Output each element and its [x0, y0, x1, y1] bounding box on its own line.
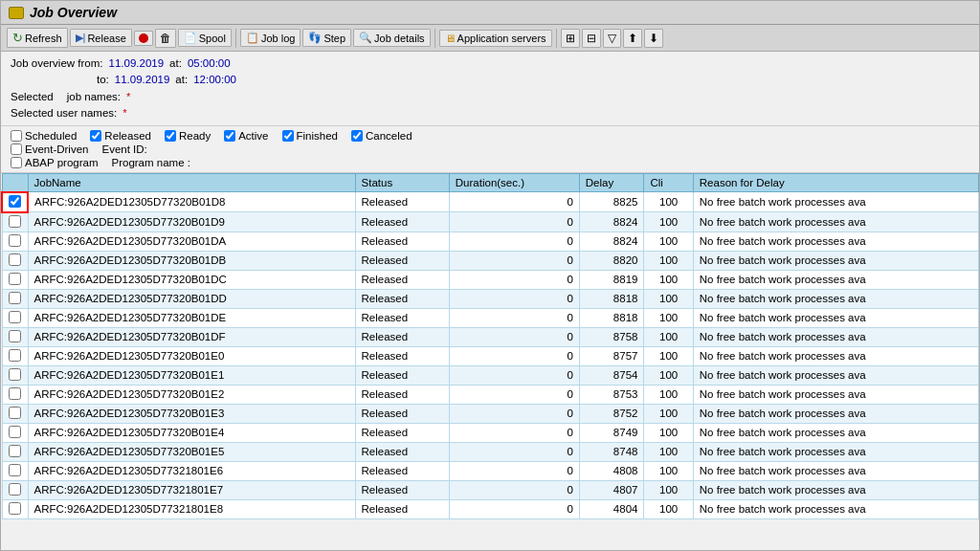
cli-cell: 100 — [644, 385, 693, 404]
refresh-button[interactable]: ↻ Refresh — [7, 28, 68, 48]
row-checkbox-cell[interactable] — [2, 308, 28, 327]
step-button[interactable]: 👣 Step — [302, 29, 351, 47]
table-row[interactable]: ARFC:926A2DED12305D77320B01DDReleased088… — [2, 289, 979, 308]
row-checkbox-cell[interactable] — [2, 346, 28, 365]
table-row[interactable]: ARFC:926A2DED12305D77320B01DBReleased088… — [2, 251, 979, 270]
table-row[interactable]: ARFC:926A2DED12305D77320B01DFReleased087… — [2, 327, 979, 346]
duration-cell: 0 — [449, 270, 579, 289]
row-select-checkbox[interactable] — [9, 292, 21, 304]
col-header-jobname[interactable]: JobName — [28, 174, 355, 192]
row-select-checkbox[interactable] — [9, 215, 21, 228]
row-select-checkbox[interactable] — [9, 273, 21, 285]
finished-checkbox[interactable] — [282, 130, 294, 142]
row-select-checkbox[interactable] — [9, 253, 21, 266]
table-row[interactable]: ARFC:926A2DED12305D77320B01DEReleased088… — [2, 308, 979, 327]
table-row[interactable]: ARFC:926A2DED12305D77320B01D9Released088… — [2, 212, 979, 232]
table-row[interactable]: ARFC:926A2DED12305D77320B01D8Released088… — [2, 192, 979, 212]
row-checkbox-cell[interactable] — [2, 251, 28, 270]
row-checkbox-cell[interactable] — [2, 499, 28, 518]
filter-button[interactable]: ▽ — [603, 29, 621, 48]
row-checkbox-cell[interactable] — [2, 212, 28, 232]
status-cell: Released — [355, 480, 449, 499]
col-header-duration[interactable]: Duration(sec.) — [449, 174, 579, 192]
row-checkbox-cell[interactable] — [2, 270, 28, 289]
filter-scheduled[interactable]: Scheduled — [11, 130, 77, 142]
status-cell: Released — [355, 423, 449, 442]
canceled-checkbox[interactable] — [351, 130, 363, 142]
grid2-button[interactable]: ⊟ — [582, 29, 601, 48]
active-checkbox[interactable] — [224, 130, 235, 142]
row-select-checkbox[interactable] — [9, 368, 21, 381]
table-row[interactable]: ARFC:926A2DED12305D77320B01E1Released087… — [2, 365, 979, 385]
row-select-checkbox[interactable] — [9, 311, 21, 323]
row-checkbox-cell[interactable] — [2, 480, 28, 499]
row-select-checkbox[interactable] — [9, 330, 21, 342]
spool-button[interactable]: 📄 Spool — [178, 29, 232, 47]
filter-released[interactable]: Released — [90, 130, 151, 142]
sort-asc-button[interactable]: ⬆ — [623, 29, 642, 48]
filter-active[interactable]: Active — [224, 130, 268, 142]
delay-cell: 8752 — [579, 404, 644, 423]
duration-cell: 0 — [449, 423, 579, 442]
row-checkbox-cell[interactable] — [2, 327, 28, 346]
event-driven-checkbox[interactable] — [11, 143, 22, 155]
toolbar-separator-3 — [556, 29, 557, 48]
row-checkbox-cell[interactable] — [2, 231, 28, 251]
jobdetails-button[interactable]: 🔍 Job details — [353, 29, 431, 47]
table-row[interactable]: ARFC:926A2DED12305D77321801E6Released048… — [2, 461, 979, 480]
table-row[interactable]: ARFC:926A2DED12305D77320B01E2Released087… — [2, 385, 979, 404]
scheduled-checkbox[interactable] — [11, 130, 22, 142]
row-checkbox-cell[interactable] — [2, 442, 28, 461]
abap-program-label: ABAP program — [25, 157, 99, 168]
table-row[interactable]: ARFC:926A2DED12305D77320B01DAReleased088… — [2, 231, 979, 251]
table-row[interactable]: ARFC:926A2DED12305D77320B01E0Released087… — [2, 346, 979, 365]
row-select-checkbox[interactable] — [9, 195, 21, 208]
job-name-cell: ARFC:926A2DED12305D77320B01DE — [28, 308, 355, 327]
col-header-cli[interactable]: Cli — [644, 174, 693, 192]
released-checkbox[interactable] — [90, 130, 101, 142]
cli-cell: 100 — [644, 480, 693, 499]
briefcase-icon — [9, 7, 24, 19]
table-row[interactable]: ARFC:926A2DED12305D77320B01E3Released087… — [2, 404, 979, 423]
table-row[interactable]: ARFC:926A2DED12305D77320B01DCReleased088… — [2, 270, 979, 289]
row-select-checkbox[interactable] — [9, 483, 21, 496]
filter-event-driven[interactable]: Event-Driven — [11, 143, 88, 155]
col-header-delay[interactable]: Delay — [579, 174, 644, 192]
row-checkbox-cell[interactable] — [2, 423, 28, 442]
sort-desc-button[interactable]: ⬇ — [644, 29, 663, 48]
row-select-checkbox[interactable] — [9, 464, 21, 476]
appservers-button[interactable]: 🖥 Application servers — [439, 30, 552, 47]
table-row[interactable]: ARFC:926A2DED12305D77321801E7Released048… — [2, 480, 979, 499]
row-select-checkbox[interactable] — [9, 234, 21, 247]
filter-ready[interactable]: Ready — [165, 130, 211, 142]
row-select-checkbox[interactable] — [9, 407, 21, 419]
row-checkbox-cell[interactable] — [2, 192, 28, 212]
joblog-button[interactable]: 📋 Job log — [240, 29, 301, 47]
filter-finished[interactable]: Finished — [282, 130, 338, 142]
ready-checkbox[interactable] — [165, 130, 176, 142]
grid1-button[interactable]: ⊞ — [561, 29, 580, 48]
table-row[interactable]: ARFC:926A2DED12305D77320B01E4Released087… — [2, 423, 979, 442]
stop-button[interactable] — [134, 31, 153, 46]
col-header-reason[interactable]: Reason for Delay — [693, 174, 978, 192]
table-area[interactable]: JobName Status Duration(sec.) Delay Cli … — [1, 173, 979, 550]
table-row[interactable]: ARFC:926A2DED12305D77321801E8Released048… — [2, 499, 979, 518]
release-button[interactable]: ▶| Release — [70, 29, 132, 47]
row-select-checkbox[interactable] — [9, 426, 21, 438]
abap-program-checkbox[interactable] — [11, 157, 22, 168]
row-checkbox-cell[interactable] — [2, 289, 28, 308]
row-checkbox-cell[interactable] — [2, 461, 28, 480]
row-select-checkbox[interactable] — [9, 445, 21, 457]
table-row[interactable]: ARFC:926A2DED12305D77320B01E5Released087… — [2, 442, 979, 461]
row-select-checkbox[interactable] — [9, 387, 21, 400]
row-checkbox-cell[interactable] — [2, 385, 28, 404]
col-header-status[interactable]: Status — [355, 174, 449, 192]
row-select-checkbox[interactable] — [9, 349, 21, 362]
row-checkbox-cell[interactable] — [2, 365, 28, 385]
filter-canceled[interactable]: Canceled — [351, 130, 412, 142]
delete-button[interactable]: 🗑 — [155, 29, 176, 48]
row-select-checkbox[interactable] — [9, 502, 21, 515]
status-cell: Released — [355, 404, 449, 423]
row-checkbox-cell[interactable] — [2, 404, 28, 423]
filter-abap-program[interactable]: ABAP program — [11, 157, 99, 168]
